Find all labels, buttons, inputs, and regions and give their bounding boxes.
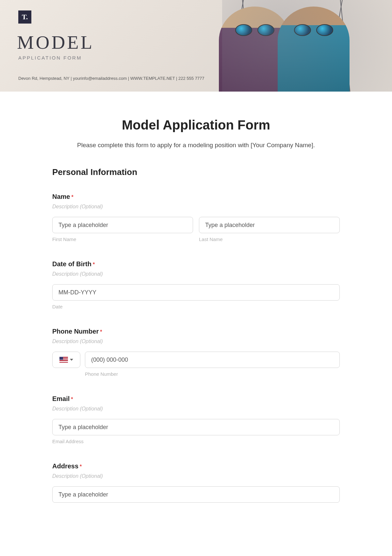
required-marker: * xyxy=(100,329,102,335)
chevron-down-icon xyxy=(70,359,73,361)
name-label: Name xyxy=(52,193,70,200)
required-marker: * xyxy=(93,262,95,267)
model-photo xyxy=(219,7,291,92)
email-input[interactable] xyxy=(52,419,340,435)
dob-description[interactable]: Description (Optional) xyxy=(52,271,340,277)
email-label: Email xyxy=(52,395,70,402)
last-name-input[interactable] xyxy=(199,217,340,233)
page-title: Model Application Form xyxy=(52,118,340,132)
decorative-frame xyxy=(242,0,352,92)
dob-sublabel: Date xyxy=(52,304,340,309)
phone-label: Phone Number xyxy=(52,328,99,335)
form-intro-text: Please complete this form to apply for a… xyxy=(52,142,340,149)
country-code-select[interactable] xyxy=(52,352,80,368)
field-address: Address* Description (Optional) xyxy=(52,462,340,503)
us-flag-icon xyxy=(59,357,68,363)
required-marker: * xyxy=(71,194,73,200)
banner-subtitle: APPLICATION FORM xyxy=(18,55,82,61)
last-name-sublabel: Last Name xyxy=(199,236,340,242)
dob-input[interactable] xyxy=(52,284,340,301)
sunglasses-icon xyxy=(235,24,274,36)
address-input[interactable] xyxy=(52,486,340,503)
section-heading-personal: Personal Information xyxy=(52,167,340,177)
field-name: Name* Description (Optional) First Name … xyxy=(52,193,340,242)
dob-label: Date of Birth xyxy=(52,260,91,268)
address-label: Address xyxy=(52,462,78,470)
address-description[interactable]: Description (Optional) xyxy=(52,473,340,479)
required-marker: * xyxy=(80,464,82,469)
email-sublabel: Email Address xyxy=(52,439,340,444)
banner-contact-line: Devon Rd, Hempstead, NY | yourinfo@email… xyxy=(18,76,204,81)
first-name-input[interactable] xyxy=(52,217,193,233)
sunglasses-icon xyxy=(294,24,333,36)
field-dob: Date of Birth* Description (Optional) Da… xyxy=(52,260,340,309)
name-description[interactable]: Description (Optional) xyxy=(52,204,340,210)
form-container: Model Application Form Please complete t… xyxy=(46,92,346,516)
field-phone: Phone Number* Description (Optional) Pho… xyxy=(52,328,340,377)
field-email: Email* Description (Optional) Email Addr… xyxy=(52,395,340,444)
decorative-frame xyxy=(225,0,343,92)
email-description[interactable]: Description (Optional) xyxy=(52,406,340,412)
first-name-sublabel: First Name xyxy=(52,236,193,242)
phone-input[interactable] xyxy=(85,352,340,368)
header-banner: T. MODEL APPLICATION FORM Devon Rd, Hemp… xyxy=(0,0,392,92)
banner-title: MODEL xyxy=(17,31,94,53)
required-marker: * xyxy=(71,396,73,402)
phone-description[interactable]: Description (Optional) xyxy=(52,339,340,344)
brand-logo: T. xyxy=(18,10,31,24)
model-photo xyxy=(278,7,350,92)
phone-sublabel: Phone Number xyxy=(85,371,340,377)
